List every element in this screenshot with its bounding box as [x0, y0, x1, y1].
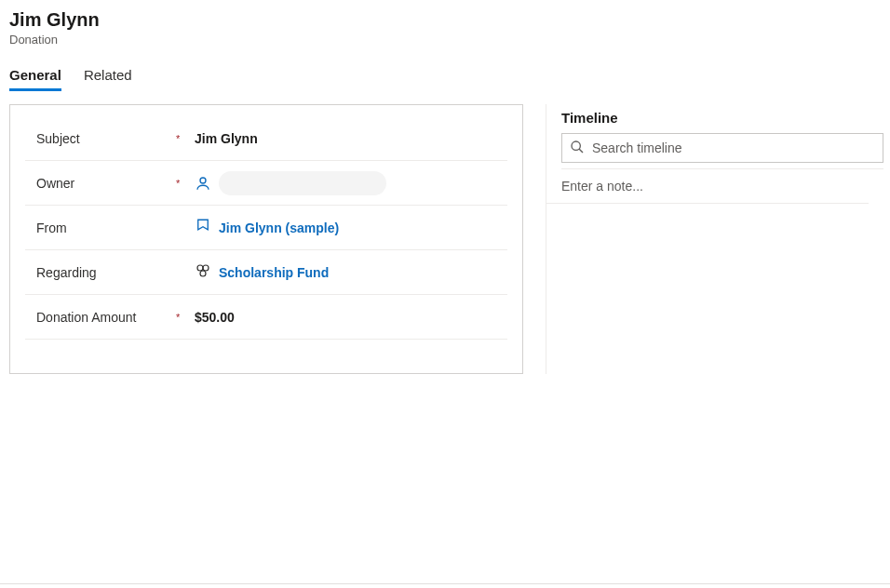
svg-point-3 — [200, 271, 206, 276]
svg-point-1 — [197, 265, 203, 271]
timeline-panel: Timeline Enter a note... — [546, 104, 890, 374]
from-link[interactable]: Jim Glynn (sample) — [219, 220, 339, 235]
svg-point-0 — [200, 178, 206, 183]
field-owner[interactable]: Owner * — [25, 161, 507, 206]
note-input[interactable]: Enter a note... — [546, 169, 869, 204]
field-regarding[interactable]: Regarding Scholarship Fund — [25, 250, 507, 295]
footer-divider — [0, 583, 890, 584]
tab-general[interactable]: General — [9, 67, 61, 91]
label-from: From — [25, 220, 165, 235]
timeline-search-input[interactable] — [592, 140, 875, 155]
field-subject[interactable]: Subject * Jim Glynn — [25, 116, 507, 161]
label-subject: Subject * — [25, 131, 165, 146]
field-from[interactable]: From Jim Glynn (sample) — [25, 206, 507, 250]
value-owner[interactable] — [165, 171, 507, 195]
value-amount[interactable]: $50.00 — [165, 310, 507, 325]
required-marker: * — [176, 178, 180, 189]
field-amount[interactable]: Donation Amount * $50.00 — [25, 295, 507, 340]
timeline-title: Timeline — [546, 104, 890, 133]
tab-related[interactable]: Related — [84, 67, 132, 91]
svg-line-5 — [579, 149, 583, 153]
value-regarding[interactable]: Scholarship Fund — [165, 262, 507, 282]
required-marker: * — [176, 133, 180, 144]
value-subject[interactable]: Jim Glynn — [165, 131, 507, 146]
label-owner: Owner * — [25, 176, 165, 191]
page-title: Jim Glynn — [9, 9, 881, 31]
entity-type: Donation — [9, 33, 881, 47]
regarding-link[interactable]: Scholarship Fund — [219, 265, 329, 280]
svg-point-2 — [203, 265, 209, 271]
value-from[interactable]: Jim Glynn (sample) — [165, 218, 507, 237]
timeline-search[interactable] — [561, 133, 883, 163]
label-amount: Donation Amount * — [25, 310, 165, 325]
required-marker: * — [176, 312, 180, 323]
owner-redacted — [219, 171, 386, 195]
entity-icon — [195, 262, 211, 282]
person-icon — [195, 175, 211, 192]
search-icon — [570, 140, 585, 157]
label-regarding: Regarding — [25, 265, 165, 280]
svg-point-4 — [572, 141, 580, 150]
form-card: Subject * Jim Glynn Owner * From — [9, 104, 523, 374]
tab-list: General Related — [0, 56, 890, 91]
contact-badge-icon — [195, 218, 211, 237]
